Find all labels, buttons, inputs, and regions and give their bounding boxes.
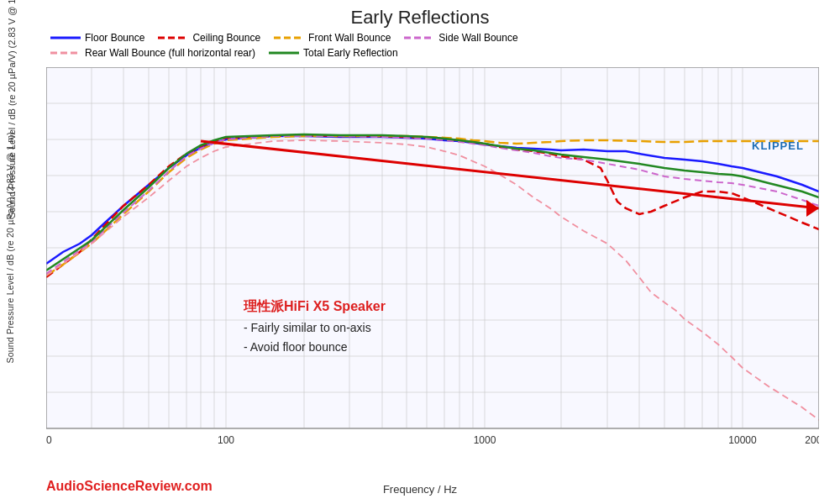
svg-text:20: 20	[46, 434, 52, 446]
legend-label-rear-wall: Rear Wall Bounce (full horizontal rear)	[85, 47, 255, 59]
y-axis-label-text: Sound Pressure Level / dB (re 20 µPa/V) …	[5, 132, 15, 364]
svg-text:10000: 10000	[728, 434, 757, 446]
legend-ceiling-bounce: Ceiling Bounce	[158, 32, 260, 44]
legend-side-wall: Side Wall Bounce	[404, 32, 517, 44]
legend-rear-wall: Rear Wall Bounce (full horizontal rear)	[50, 47, 255, 59]
legend: Floor Bounce Ceiling Bounce Front Wall B…	[0, 29, 840, 62]
svg-text:100: 100	[218, 434, 234, 446]
annotation-line2: - Avoid floor bounce	[244, 340, 348, 354]
legend-total-early: Total Early Reflection	[269, 47, 398, 59]
legend-label-side-wall: Side Wall Bounce	[438, 32, 517, 44]
legend-label-ceiling-bounce: Ceiling Bounce	[192, 32, 260, 44]
chart-svg: 85 80 75 70 65 60 55 50 45 40 35 100 100…	[46, 67, 819, 470]
chart-title: Early Reflections	[0, 0, 840, 29]
legend-floor-bounce: Floor Bounce	[50, 32, 144, 44]
legend-label-total-early: Total Early Reflection	[303, 47, 398, 59]
legend-front-wall: Front Wall Bounce	[274, 32, 391, 44]
legend-label-floor-bounce: Floor Bounce	[85, 32, 144, 44]
annotation-line1: - Fairly similar to on-axis	[244, 321, 371, 334]
chart-container: Early Reflections Floor Bounce Ceiling B…	[0, 0, 840, 504]
klippel-watermark: KLIPPEL	[752, 139, 804, 152]
svg-text:1000: 1000	[474, 434, 496, 446]
svg-text:20000: 20000	[805, 434, 819, 446]
asr-watermark: AudioScienceReview.com	[46, 479, 213, 494]
annotation-brand: 理性派HiFi X5 Speaker	[243, 298, 386, 313]
legend-label-front-wall: Front Wall Bounce	[308, 32, 391, 44]
